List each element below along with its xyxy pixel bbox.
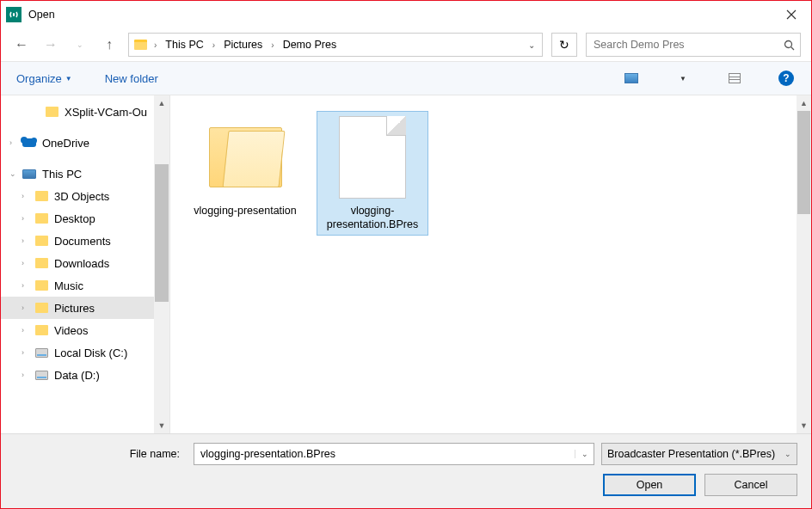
tree-item-label: Music: [54, 279, 83, 292]
filename-history-dropdown-icon[interactable]: ⌄: [575, 450, 594, 458]
tree-item[interactable]: ›Data (D:): [1, 364, 154, 386]
navigation-tree[interactable]: XSplit-VCam-Ou›OneDrive⌄This PC›3D Objec…: [1, 95, 154, 433]
tree-item[interactable]: ›Music: [1, 274, 154, 297]
file-item[interactable]: vlogging-presentation.BPres: [317, 111, 428, 236]
folder-icon: [34, 322, 49, 338]
tree-expand-icon[interactable]: ›: [22, 371, 34, 379]
disk-icon: [34, 367, 49, 383]
scroll-down-icon[interactable]: ▼: [154, 418, 169, 433]
file-type-filter[interactable]: Broadcaster Presentation (*.BPres) ⌄: [601, 443, 797, 465]
svg-point-1: [784, 40, 791, 47]
folder-icon: [34, 233, 49, 248]
folder-icon: [34, 211, 49, 226]
app-icon: [6, 7, 22, 22]
breadcrumb-item-1[interactable]: Pictures: [221, 37, 265, 52]
close-icon[interactable]: [772, 1, 811, 28]
nav-recent-dropdown-icon[interactable]: ⌄: [70, 34, 90, 55]
tree-item[interactable]: ›Videos: [1, 319, 154, 341]
tree-item[interactable]: ›Desktop: [1, 207, 154, 230]
window-title: Open: [28, 9, 55, 21]
tree-item[interactable]: ›OneDrive: [1, 132, 154, 154]
scroll-up-icon[interactable]: ▲: [154, 95, 169, 111]
scroll-up-icon[interactable]: ▲: [797, 95, 811, 111]
tree-expand-icon[interactable]: ›: [22, 304, 34, 312]
folder-icon: [34, 188, 49, 204]
open-dialog: Open ← → ⌄ ↑ › This PC › Pictures › Demo…: [0, 0, 812, 509]
chevron-down-icon: ▼: [65, 75, 72, 83]
preview-pane-button[interactable]: [725, 69, 744, 88]
scroll-thumb[interactable]: [797, 111, 810, 214]
svg-point-0: [13, 14, 15, 15]
breadcrumb[interactable]: › This PC › Pictures › Demo Pres ⌄: [128, 33, 543, 57]
tree-expand-icon[interactable]: ›: [22, 348, 34, 357]
chevron-right-icon[interactable]: ›: [154, 40, 157, 50]
tree-item-label: Downloads: [54, 257, 109, 270]
scroll-thumb[interactable]: [155, 164, 169, 302]
folder-item[interactable]: vlogging-presentation: [189, 111, 301, 236]
tree-item[interactable]: ›Pictures: [1, 297, 154, 319]
bottom-bar: File name: ⌄ Broadcaster Presentation (*…: [1, 433, 811, 508]
titlebar: Open: [1, 1, 811, 28]
chevron-down-icon: ⌄: [784, 450, 791, 458]
tree-scrollbar[interactable]: ▲ ▼: [154, 95, 169, 433]
open-button[interactable]: Open: [603, 474, 696, 496]
tree-expand-icon[interactable]: ›: [22, 236, 34, 245]
file-icon: [331, 114, 414, 200]
view-mode-button[interactable]: [622, 69, 641, 88]
tree-expand-icon[interactable]: ›: [22, 281, 34, 290]
tree-item[interactable]: XSplit-VCam-Ou: [1, 101, 154, 123]
search-input[interactable]: [587, 39, 778, 51]
folder-icon: [34, 255, 49, 271]
scroll-down-icon[interactable]: ▼: [797, 418, 811, 433]
tree-expand-icon[interactable]: ›: [22, 192, 34, 200]
nav-forward-icon: →: [40, 34, 61, 55]
tree-expand-icon[interactable]: ›: [22, 214, 34, 223]
tree-item[interactable]: ›Local Disk (C:): [1, 341, 154, 364]
item-label: vlogging-presentation: [194, 204, 297, 218]
search-icon[interactable]: [778, 40, 800, 51]
breadcrumb-folder-icon: [132, 37, 148, 52]
help-icon[interactable]: ?: [777, 69, 796, 88]
filename-field[interactable]: ⌄: [194, 443, 594, 465]
nav-back-icon[interactable]: ←: [11, 34, 32, 55]
tree-item-label: XSplit-VCam-Ou: [65, 106, 147, 119]
file-type-filter-text: Broadcaster Presentation (*.BPres): [607, 448, 775, 460]
tree-item-label: Desktop: [54, 212, 95, 225]
filename-input[interactable]: [194, 448, 575, 460]
disk-icon: [34, 345, 49, 360]
this-pc-icon: [22, 166, 37, 181]
new-folder-button[interactable]: New folder: [105, 72, 158, 85]
view-mode-dropdown-icon[interactable]: ▼: [674, 69, 692, 88]
cancel-button[interactable]: Cancel: [704, 474, 797, 496]
content-scrollbar[interactable]: ▲ ▼: [797, 95, 811, 433]
breadcrumb-item-2[interactable]: Demo Pres: [280, 37, 340, 52]
filename-label: File name:: [15, 448, 187, 460]
tree-item[interactable]: ›Downloads: [1, 252, 154, 274]
toolbar: Organize ▼ New folder ▼ ?: [1, 61, 811, 95]
tree-item[interactable]: ›Documents: [1, 230, 154, 252]
tree-item-label: This PC: [42, 168, 82, 181]
tree-item-label: Data (D:): [54, 369, 100, 382]
folder-icon: [34, 300, 49, 316]
search-box[interactable]: [586, 33, 801, 57]
items-row: vlogging-presentationvlogging-presentati…: [170, 95, 811, 251]
breadcrumb-history-dropdown-icon[interactable]: ⌄: [528, 40, 535, 50]
tree-item[interactable]: ⌄This PC: [1, 163, 154, 185]
tree-expand-icon[interactable]: ›: [22, 326, 34, 334]
file-list-pane[interactable]: vlogging-presentationvlogging-presentati…: [169, 95, 811, 433]
organize-label: Organize: [16, 72, 62, 85]
item-label: vlogging-presentation.BPres: [320, 204, 425, 232]
tree-item[interactable]: ›3D Objects: [1, 185, 154, 207]
tree-pane: XSplit-VCam-Ou›OneDrive⌄This PC›3D Objec…: [1, 95, 169, 433]
breadcrumb-item-0[interactable]: This PC: [163, 37, 206, 52]
folder-icon: [44, 104, 59, 120]
organize-button[interactable]: Organize ▼: [16, 72, 72, 85]
chevron-right-icon[interactable]: ›: [212, 40, 215, 50]
tree-item-label: 3D Objects: [54, 190, 109, 203]
tree-expand-icon[interactable]: ›: [22, 259, 34, 267]
refresh-icon[interactable]: ↻: [551, 33, 577, 57]
tree-expand-icon[interactable]: ›: [9, 138, 22, 147]
tree-expand-icon[interactable]: ⌄: [9, 169, 22, 178]
nav-up-icon[interactable]: ↑: [99, 34, 120, 55]
chevron-right-icon[interactable]: ›: [271, 40, 274, 50]
